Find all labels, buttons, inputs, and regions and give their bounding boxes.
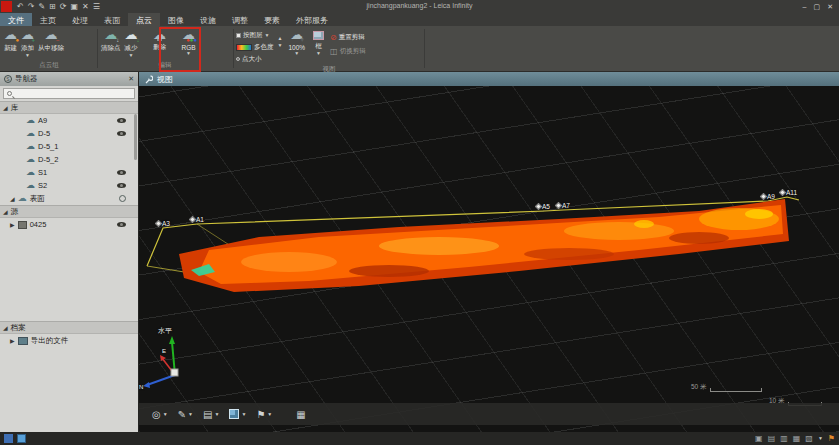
visibility-eye-icon[interactable] xyxy=(117,118,126,123)
tab-surface[interactable]: 表面 xyxy=(96,13,128,26)
checkbox-icon[interactable] xyxy=(236,33,241,38)
scrollbar-thumb[interactable] xyxy=(134,114,137,160)
axis-up-label: 水平 xyxy=(158,326,172,336)
tab-home[interactable]: 主页 xyxy=(32,13,64,26)
survey-marker[interactable]: A7 xyxy=(556,202,570,209)
navigator-search[interactable] xyxy=(3,88,135,99)
status-report-icon[interactable]: ▤ xyxy=(768,434,776,443)
switch-clip-button[interactable]: ◫ 切换剪辑 xyxy=(330,45,366,57)
survey-marker[interactable]: A9 xyxy=(761,193,775,200)
tab-features[interactable]: 要素 xyxy=(256,13,288,26)
expand-icon[interactable]: ◢ xyxy=(3,324,8,331)
status-alert-icon[interactable]: ⚑ xyxy=(828,434,835,443)
point-size-stepper[interactable]: ▲ ▼ xyxy=(278,28,283,48)
tree-item-exported-files[interactable]: ▶ 导出的文件 xyxy=(0,334,138,347)
tree-item-d5-2[interactable]: ☁ D-5_2 xyxy=(0,153,138,166)
cube-icon xyxy=(229,409,239,419)
tree-item-d5[interactable]: ☁ D-5 xyxy=(0,127,138,140)
tree-item-surfaces[interactable]: ◢ ☁ 表面 xyxy=(0,192,138,205)
expand-icon[interactable]: ▶ xyxy=(10,221,15,228)
tab-infrastructure[interactable]: 设施 xyxy=(192,13,224,26)
zoom-100-button[interactable]: ☁▼ 100% ▼ xyxy=(286,28,307,56)
status-project-icon[interactable] xyxy=(4,434,13,443)
report-icon[interactable]: ☰ xyxy=(93,1,100,13)
delete-points-button[interactable]: ☁ 删除 xyxy=(140,28,180,52)
chevron-down-icon: ▼ xyxy=(241,412,246,417)
by-layer-dropdown[interactable]: 按图层 ▼ xyxy=(236,29,274,41)
clear-points-button[interactable]: ☁↓ 清除点 xyxy=(99,28,123,53)
measure-tool-button[interactable]: ✎ ▼ xyxy=(175,409,196,420)
pointcloud-icon: ☁ xyxy=(26,168,35,177)
chevron-down-icon: ▼ xyxy=(186,51,191,56)
grid-toggle-button[interactable]: ▦ xyxy=(293,409,308,420)
multi-color-option[interactable]: 多色度 xyxy=(236,41,274,53)
marker-dot-icon xyxy=(555,202,562,209)
status-view-icon[interactable]: ▣ xyxy=(755,434,763,443)
selection-tool-button[interactable]: ▤ ▼ xyxy=(200,409,222,420)
group-label-edit: 编辑 xyxy=(99,61,231,71)
visibility-eye-icon[interactable] xyxy=(117,131,126,136)
tree-item-0425[interactable]: ▶ 0425 xyxy=(0,218,138,231)
tree-item-s2[interactable]: ☁ S2 xyxy=(0,179,138,192)
tab-external-services[interactable]: 外部服务 xyxy=(288,13,336,26)
tree-spacer xyxy=(0,231,138,321)
refresh-icon[interactable]: ⟳ xyxy=(60,1,67,13)
minimize-button[interactable]: – xyxy=(803,3,807,11)
survey-marker[interactable]: A1 xyxy=(190,216,204,223)
expand-icon[interactable]: ◢ xyxy=(10,195,15,202)
tab-adjustment[interactable]: 调整 xyxy=(224,13,256,26)
redo-icon[interactable]: ↷ xyxy=(28,1,35,13)
tab-image[interactable]: 图像 xyxy=(160,13,192,26)
status-table-icon[interactable]: ▥ xyxy=(780,434,788,443)
tab-processing[interactable]: 处理 xyxy=(64,13,96,26)
tree-item-d5-1[interactable]: ☁ D-5_1 xyxy=(0,140,138,153)
new-pointcloud-button[interactable]: ☁● 新建 xyxy=(2,28,19,53)
view-cube-button[interactable]: ▼ xyxy=(226,409,249,419)
remove-from-pointcloud-button[interactable]: ☁− 从中移除 xyxy=(36,28,66,53)
tree-item-a9[interactable]: ☁ A9 xyxy=(0,114,138,127)
expand-icon[interactable]: ◢ xyxy=(3,208,8,215)
flag-tool-button[interactable]: ⚑ ▼ xyxy=(253,409,275,420)
chevron-down-icon: ▼ xyxy=(163,412,168,417)
close-button[interactable]: ✕ xyxy=(827,3,833,11)
status-grid-icon[interactable]: ▦ xyxy=(793,434,801,443)
snapshot-icon[interactable]: ▣ xyxy=(71,1,79,13)
reduce-points-button[interactable]: ☁↓ 减少 ▼ xyxy=(123,28,140,58)
edit-icon[interactable]: ✎ xyxy=(38,1,45,13)
ribbon-tab-bar: 文件 主页 处理 表面 点云 图像 设施 调整 要素 外部服务 xyxy=(0,13,839,26)
add-to-pointcloud-button[interactable]: ☁＋ 添加 ▼ xyxy=(19,28,36,58)
maximize-button[interactable]: ▢ xyxy=(814,3,821,11)
undo-icon[interactable]: ↶ xyxy=(17,1,24,13)
tab-file[interactable]: 文件 xyxy=(0,13,32,26)
expand-icon[interactable]: ◢ xyxy=(3,104,8,111)
visibility-eye-icon[interactable] xyxy=(117,183,126,188)
cloud-remove-icon: ☁− xyxy=(45,28,58,44)
survey-marker[interactable]: A11 xyxy=(780,189,797,196)
survey-marker[interactable]: A5 xyxy=(536,203,550,210)
expand-icon[interactable]: ▶ xyxy=(10,337,15,344)
radio-icon[interactable] xyxy=(236,57,240,61)
delete-icon[interactable]: ✕ xyxy=(82,1,89,13)
tree-section-library[interactable]: ◢ 库 xyxy=(0,101,138,114)
visibility-eye-icon[interactable] xyxy=(117,170,126,175)
selection-icon: ▤ xyxy=(203,409,212,420)
pointcloud-icon: ☁ xyxy=(26,116,35,125)
viewport-canvas[interactable]: A3 A1 A5 A7 A9 A11 水平 xyxy=(139,86,839,432)
tab-pointcloud[interactable]: 点云 xyxy=(128,13,160,26)
rgb-color-button[interactable]: ☁●●● RGB ▼ xyxy=(180,28,198,56)
status-layers-icon[interactable] xyxy=(17,434,26,443)
point-size-option[interactable]: 点大小 xyxy=(236,53,274,65)
reset-clip-button[interactable]: ⊘ 重置剪辑 xyxy=(330,31,366,43)
cloud-clear-icon: ☁↓ xyxy=(104,28,117,44)
status-panel-icon[interactable]: ▧ xyxy=(805,434,813,443)
tree-item-s1[interactable]: ☁ S1 xyxy=(0,166,138,179)
tree-section-source[interactable]: ◢ 源 xyxy=(0,205,138,218)
panel-pin-icon[interactable]: ✕ xyxy=(128,75,134,83)
orbit-tool-button[interactable]: ◎ ▼ xyxy=(149,409,171,420)
add-window-icon[interactable]: ⊞ xyxy=(49,1,56,13)
survey-marker[interactable]: A3 xyxy=(156,220,170,227)
viewport-3d[interactable]: 视图 xyxy=(139,72,839,432)
tree-section-archive[interactable]: ◢ 档案 xyxy=(0,321,138,334)
visibility-eye-icon[interactable] xyxy=(117,222,126,227)
clip-box-button[interactable]: 框 ▼ xyxy=(311,28,326,56)
